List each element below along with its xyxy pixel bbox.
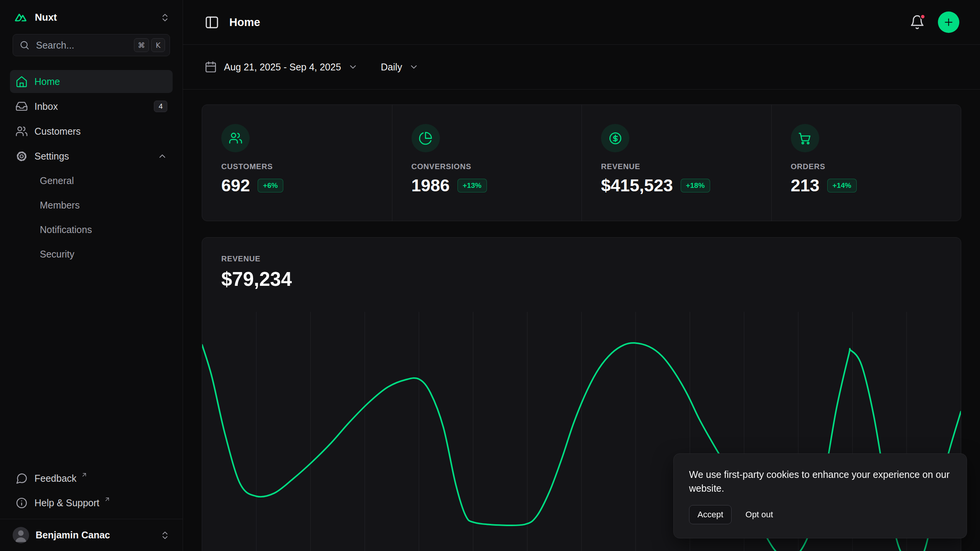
sidebar-toggle-button[interactable] [204,15,219,30]
nuxt-logo-icon [13,12,29,23]
sidebar-item-security[interactable]: Security [10,242,173,266]
date-range-picker[interactable]: Aug 21, 2025 - Sep 4, 2025 [204,61,358,73]
users-icon [229,131,243,145]
stat-revenue[interactable]: REVENUE $415,523 +18% [581,105,771,221]
sidebar-footer: Feedback Help & Support [0,466,183,519]
chevron-down-icon [409,62,419,72]
help-support-link[interactable]: Help & Support [10,491,173,515]
footer-item-label: Feedback [34,473,77,484]
sidebar-item-label: General [40,175,74,186]
cookie-actions: Accept Opt out [689,505,951,524]
revenue-chart-header: REVENUE $79,234 [202,238,961,290]
sidebar-item-members[interactable]: Members [10,193,173,217]
stat-conversions[interactable]: CONVERSIONS 1986 +13% [392,105,582,221]
stat-value: 692 [221,176,250,196]
sidebar-item-label: Members [40,200,80,211]
workspace-name: Nuxt [35,11,57,23]
toolbar: Aug 21, 2025 - Sep 4, 2025 Daily [183,45,980,90]
granularity-label: Daily [381,62,402,73]
search-input[interactable]: Search... ⌘ K [13,34,170,56]
sidebar-item-label: Notifications [40,224,92,235]
sidebar: Nuxt Search... ⌘ K Home Inbox 4 [0,0,183,551]
stat-label: ORDERS [791,162,942,171]
inbox-icon [15,100,28,113]
users-icon [15,125,28,138]
header-actions [910,11,959,33]
add-button[interactable] [938,11,959,33]
notifications-button[interactable] [910,15,925,30]
avatar [13,527,29,543]
chevron-up-icon [157,151,167,161]
stat-orders[interactable]: ORDERS 213 +14% [771,105,961,221]
user-name: Benjamin Canac [36,530,110,541]
stat-icon-circle [791,124,819,152]
granularity-select[interactable]: Daily [381,62,419,73]
currency-dollar-icon [608,131,622,145]
external-link-icon [104,496,111,503]
stat-customers[interactable]: CUSTOMERS 692 +6% [202,105,392,221]
chart-pie-icon [418,131,433,145]
sidebar-item-customers[interactable]: Customers [10,120,173,143]
stat-icon-circle [601,124,629,152]
opt-out-button[interactable]: Opt out [745,510,773,520]
sidebar-nav: Home Inbox 4 Customers Settings [10,70,173,168]
sidebar-item-label: Inbox [34,101,58,112]
plus-icon [943,16,954,28]
stat-delta-badge: +13% [457,179,487,192]
search-icon [19,40,30,51]
inbox-count-badge: 4 [154,101,167,112]
stat-label: CUSTOMERS [221,162,373,171]
search-placeholder: Search... [36,40,74,51]
revenue-chart-label: REVENUE [221,254,942,263]
panel-left-icon [204,15,219,30]
stat-delta-badge: +18% [681,179,710,192]
date-range-label: Aug 21, 2025 - Sep 4, 2025 [224,62,341,73]
shopping-cart-icon [798,131,812,145]
chevrons-up-down-icon [160,13,170,23]
sidebar-item-general[interactable]: General [10,168,173,193]
chevrons-up-down-icon [160,530,170,540]
sidebar-item-label: Home [34,76,60,87]
external-link-icon [81,471,88,478]
stat-label: CONVERSIONS [412,162,563,171]
stat-value: 1986 [412,176,450,196]
person-silhouette-icon [13,527,29,543]
stats-card: CUSTOMERS 692 +6% CONVERSIONS 1986 +13% [202,104,961,221]
calendar-icon [204,61,217,73]
sidebar-item-label: Customers [34,126,81,137]
revenue-chart-value: $79,234 [221,268,942,290]
page-title: Home [229,16,260,29]
sidebar-item-inbox[interactable]: Inbox 4 [10,95,173,118]
sidebar-item-label: Security [40,249,74,260]
stat-label: REVENUE [601,162,752,171]
cookie-banner: We use first-party cookies to enhance yo… [673,453,967,539]
kbd-cmd: ⌘ [134,38,149,52]
workspace-selector[interactable]: Nuxt [0,0,183,32]
settings-subnav: General Members Notifications Security [10,168,173,266]
notification-dot [920,14,926,20]
stat-value: $415,523 [601,176,673,196]
accept-button[interactable]: Accept [689,505,732,524]
info-circle-icon [15,497,28,509]
stat-icon-circle [221,124,250,152]
gear-icon [15,150,28,163]
sidebar-item-settings[interactable]: Settings [10,145,173,168]
feedback-link[interactable]: Feedback [10,466,173,491]
main-header: Home [183,0,980,45]
stat-icon-circle [412,124,440,152]
cookie-message: We use first-party cookies to enhance yo… [689,468,951,496]
search-shortcut: ⌘ K [134,38,165,52]
home-icon [15,75,28,88]
kbd-k: K [151,38,165,52]
chevron-down-icon [348,62,358,72]
sidebar-item-home[interactable]: Home [10,70,173,93]
stat-value: 213 [791,176,820,196]
stat-delta-badge: +6% [258,179,283,192]
sidebar-item-label: Settings [34,151,69,162]
footer-item-label: Help & Support [34,497,100,509]
user-menu[interactable]: Benjamin Canac [0,519,183,551]
message-bubble-icon [15,472,28,485]
sidebar-item-notifications[interactable]: Notifications [10,217,173,242]
stat-delta-badge: +14% [827,179,857,192]
